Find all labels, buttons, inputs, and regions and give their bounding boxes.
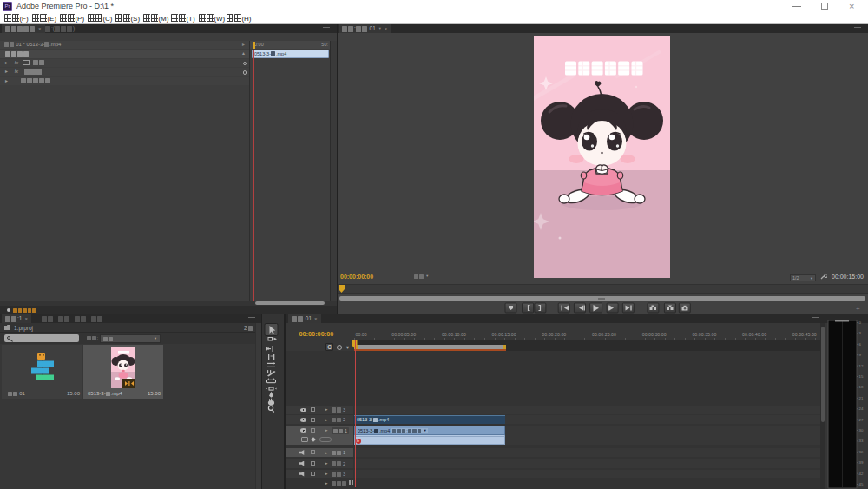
svg-text:27: 27	[859, 418, 864, 422]
svg-text:24: 24	[859, 406, 864, 411]
svg-text:0: 0	[859, 320, 862, 325]
svg-text:39: 39	[859, 460, 864, 465]
svg-text:9: 9	[859, 353, 862, 357]
svg-text:12: 12	[859, 364, 864, 368]
svg-text:33: 33	[859, 439, 864, 443]
svg-text:6: 6	[859, 342, 862, 347]
svg-text:42: 42	[859, 472, 864, 476]
svg-text:3: 3	[859, 331, 862, 335]
svg-text:45: 45	[859, 482, 864, 486]
svg-text:15: 15	[859, 374, 864, 379]
svg-text:18: 18	[859, 385, 864, 389]
svg-text:36: 36	[859, 450, 864, 454]
svg-text:21: 21	[859, 396, 864, 400]
svg-text:30: 30	[859, 428, 864, 433]
